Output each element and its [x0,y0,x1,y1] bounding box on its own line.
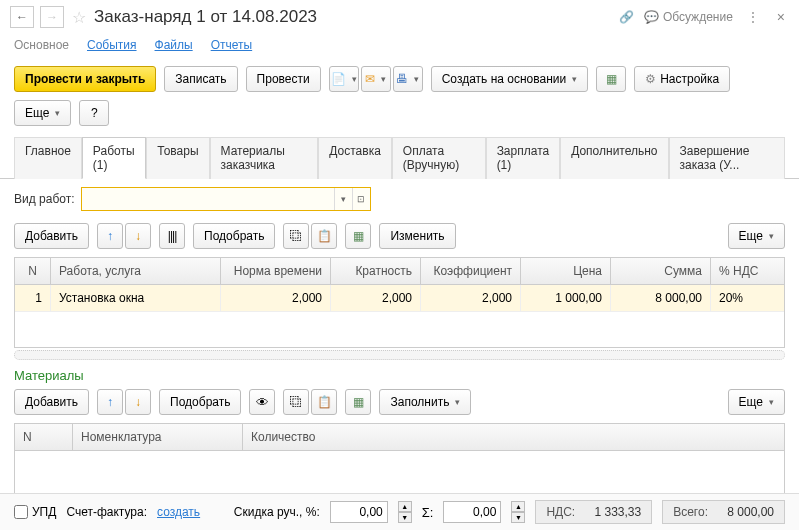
col-sum[interactable]: Сумма [611,258,711,284]
copy-button[interactable]: ⿻ [283,223,309,249]
more-button[interactable]: Еще▾ [14,100,71,126]
upd-checkbox[interactable]: УПД [14,505,56,519]
create-based-button[interactable]: Создать на основании▾ [431,66,589,92]
create-doc-button[interactable]: 📄▾ [329,66,359,92]
subnav-main[interactable]: Основное [14,38,69,52]
paste-icon: 📋 [317,229,332,243]
grid-icon: ▦ [353,395,364,409]
materials-more-button[interactable]: Еще▾ [728,389,785,415]
fill-label: Заполнить [390,395,449,409]
print-icon: 🖶 [396,72,408,86]
discount-down[interactable]: ▼ [398,512,412,523]
discount-up[interactable]: ▲ [398,501,412,512]
pick-button[interactable]: Подобрать [193,223,275,249]
report-button[interactable]: ▦ [596,66,626,92]
tab-delivery[interactable]: Доставка [318,137,392,179]
table-row[interactable]: 1 Установка окна 2,000 2,000 2,000 1 000… [15,285,784,312]
materials-copy-button[interactable]: ⿻ [283,389,309,415]
subnav-files[interactable]: Файлы [155,38,193,52]
cell-koef[interactable]: 2,000 [421,285,521,311]
settings-label: Настройка [660,72,719,86]
cell-price[interactable]: 1 000,00 [521,285,611,311]
tab-customer-materials[interactable]: Материалы заказчика [210,137,319,179]
materials-pick-button[interactable]: Подобрать [159,389,241,415]
menu-dots-icon[interactable]: ⋮ [743,10,763,24]
materials-up-button[interactable]: ↑ [97,389,123,415]
cell-norm[interactable]: 2,000 [221,285,331,311]
print-button[interactable]: 🖶▾ [393,66,423,92]
tab-main[interactable]: Главное [14,137,82,179]
move-down-button[interactable]: ↓ [125,223,151,249]
sigma-down[interactable]: ▼ [511,512,525,523]
discuss-button[interactable]: 💬 Обсуждение [644,10,733,24]
work-type-input[interactable] [82,192,334,206]
cell-service[interactable]: Установка окна [51,285,221,311]
col-nds[interactable]: % НДС [711,258,781,284]
invoice-label: Счет-фактура: [66,505,147,519]
materials-paste-button[interactable]: 📋 [311,389,337,415]
work-type-label: Вид работ: [14,192,75,206]
help-button[interactable]: ? [79,100,109,126]
save-button[interactable]: Записать [164,66,237,92]
star-icon[interactable]: ☆ [72,8,86,27]
subnav-reports[interactable]: Отчеты [211,38,252,52]
forward-button[interactable]: → [40,6,64,28]
col-service[interactable]: Работа, услуга [51,258,221,284]
cell-krat[interactable]: 2,000 [331,285,421,311]
sigma-up[interactable]: ▲ [511,501,525,512]
cell-n[interactable]: 1 [15,285,51,311]
col-koef[interactable]: Коэффициент [421,258,521,284]
works-more-label: Еще [739,229,763,243]
copy-icon: ⿻ [290,229,302,243]
works-more-button[interactable]: Еще▾ [728,223,785,249]
link-icon[interactable]: 🔗 [619,10,634,24]
col-n[interactable]: N [15,258,51,284]
report-icon: ▦ [606,72,617,86]
upd-check-input[interactable] [14,505,28,519]
send-button[interactable]: ✉▾ [361,66,391,92]
chat-icon: 💬 [644,10,659,24]
subnav-events[interactable]: События [87,38,137,52]
create-invoice-link[interactable]: создать [157,505,200,519]
tab-goods[interactable]: Товары [146,137,209,179]
combo-dropdown-button[interactable]: ▾ [334,188,352,210]
back-button[interactable]: ← [10,6,34,28]
post-and-close-button[interactable]: Провести и закрыть [14,66,156,92]
sigma-input[interactable] [443,501,501,523]
grid-button[interactable]: ▦ [345,223,371,249]
add-row-button[interactable]: Добавить [14,223,89,249]
materials-add-button[interactable]: Добавить [14,389,89,415]
total-label: Всего: [673,505,708,519]
post-button[interactable]: Провести [246,66,321,92]
sigma-icon: Σ: [422,505,434,520]
tab-payment[interactable]: Оплата (Вручную) [392,137,486,179]
discount-input[interactable] [330,501,388,523]
barcode-button[interactable]: |||| [159,223,185,249]
col-price[interactable]: Цена [521,258,611,284]
tab-additional[interactable]: Дополнительно [560,137,668,179]
work-type-combo[interactable]: ▾ ⊡ [81,187,371,211]
combo-select-button[interactable]: ⊡ [352,188,370,210]
materials-fill-button[interactable]: Заполнить▾ [379,389,471,415]
close-icon[interactable]: × [773,9,789,25]
tab-works[interactable]: Работы (1) [82,137,146,179]
col-norm[interactable]: Норма времени [221,258,331,284]
settings-button[interactable]: ⚙Настройка [634,66,730,92]
change-button[interactable]: Изменить [379,223,455,249]
paste-button[interactable]: 📋 [311,223,337,249]
mat-col-nom[interactable]: Номенклатура [73,424,243,450]
scrollbar[interactable] [14,350,785,360]
cell-sum[interactable]: 8 000,00 [611,285,711,311]
mat-col-qty[interactable]: Количество [243,424,784,450]
tab-salary[interactable]: Зарплата (1) [486,137,561,179]
nds-value: 1 333,33 [581,505,641,519]
materials-down-button[interactable]: ↓ [125,389,151,415]
materials-grid-button[interactable]: ▦ [345,389,371,415]
mat-col-n[interactable]: N [15,424,73,450]
cell-nds[interactable]: 20% [711,285,781,311]
materials-view-button[interactable]: 👁 [249,389,275,415]
move-up-button[interactable]: ↑ [97,223,123,249]
tab-completion[interactable]: Завершение заказа (У... [669,137,785,179]
total-value: 8 000,00 [714,505,774,519]
col-krat[interactable]: Кратность [331,258,421,284]
